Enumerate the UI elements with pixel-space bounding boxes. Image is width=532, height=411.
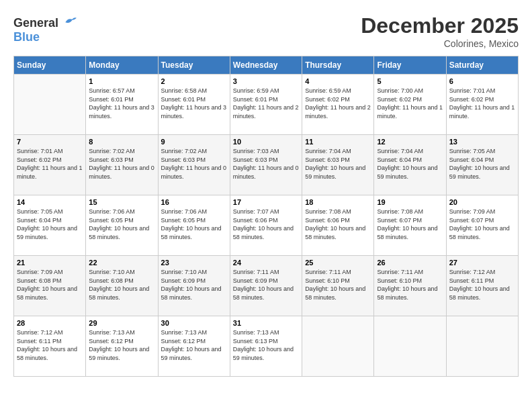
day-info: Sunrise: 7:07 AMSunset: 6:06 PMDaylight:… [233,208,299,241]
day-info: Sunrise: 7:13 AMSunset: 6:12 PMDaylight:… [89,328,154,362]
day-info: Sunrise: 7:04 AMSunset: 6:03 PMDaylight:… [305,147,371,181]
day-info: Sunrise: 7:02 AMSunset: 6:03 PMDaylight:… [89,147,154,181]
calendar-cell [302,316,374,377]
calendar-week-row: 14Sunrise: 7:05 AMSunset: 6:04 PMDayligh… [14,195,519,256]
calendar-cell: 11Sunrise: 7:04 AMSunset: 6:03 PMDayligh… [302,135,374,195]
header-thursday: Thursday [302,56,374,75]
day-number: 10 [233,138,299,146]
day-info: Sunrise: 7:05 AMSunset: 6:04 PMDaylight:… [449,147,515,181]
calendar-cell [446,316,518,377]
logo-blue: Blue [13,30,40,44]
calendar-cell: 26Sunrise: 7:11 AMSunset: 6:10 PMDayligh… [374,256,446,316]
day-number: 25 [305,259,371,267]
calendar-cell: 22Sunrise: 7:10 AMSunset: 6:08 PMDayligh… [86,256,158,316]
day-info: Sunrise: 7:12 AMSunset: 6:11 PMDaylight:… [449,268,515,302]
calendar-cell: 12Sunrise: 7:04 AMSunset: 6:04 PMDayligh… [374,135,446,195]
day-info: Sunrise: 7:11 AMSunset: 6:10 PMDaylight:… [377,268,443,302]
day-number: 28 [17,319,83,327]
day-info: Sunrise: 7:10 AMSunset: 6:09 PMDaylight:… [161,268,227,302]
calendar-cell: 29Sunrise: 7:13 AMSunset: 6:12 PMDayligh… [86,316,158,377]
day-info: Sunrise: 7:05 AMSunset: 6:04 PMDaylight:… [17,208,83,241]
day-number: 2 [161,77,227,85]
day-number: 5 [377,77,443,85]
day-number: 8 [89,138,154,146]
day-info: Sunrise: 7:04 AMSunset: 6:04 PMDaylight:… [377,147,443,181]
month-year-title: December 2025 [361,13,519,38]
calendar-cell: 31Sunrise: 7:13 AMSunset: 6:13 PMDayligh… [230,316,302,377]
logo: General Blue [13,13,77,44]
day-number: 30 [161,319,227,327]
calendar-header-row: Sunday Monday Tuesday Wednesday Thursday… [14,56,519,75]
day-number: 23 [161,259,227,267]
calendar-cell: 30Sunrise: 7:13 AMSunset: 6:12 PMDayligh… [158,316,230,377]
day-number: 3 [233,77,299,85]
day-info: Sunrise: 7:03 AMSunset: 6:03 PMDaylight:… [233,147,299,181]
calendar-cell: 10Sunrise: 7:03 AMSunset: 6:03 PMDayligh… [230,135,302,195]
calendar-cell: 7Sunrise: 7:01 AMSunset: 6:02 PMDaylight… [14,135,86,195]
day-info: Sunrise: 7:13 AMSunset: 6:13 PMDaylight:… [233,328,299,362]
day-info: Sunrise: 7:13 AMSunset: 6:12 PMDaylight:… [161,328,227,362]
calendar-cell: 6Sunrise: 7:01 AMSunset: 6:02 PMDaylight… [446,75,518,135]
day-info: Sunrise: 6:58 AMSunset: 6:01 PMDaylight:… [161,87,227,120]
day-number: 20 [449,198,515,206]
calendar-cell: 1Sunrise: 6:57 AMSunset: 6:01 PMDaylight… [86,75,158,135]
page-header: General Blue December 2025 Colorines, Me… [13,13,519,49]
calendar-cell: 8Sunrise: 7:02 AMSunset: 6:03 PMDaylight… [86,135,158,195]
header-tuesday: Tuesday [158,56,230,75]
header-wednesday: Wednesday [230,56,302,75]
calendar-week-row: 21Sunrise: 7:09 AMSunset: 6:08 PMDayligh… [14,256,519,316]
day-number: 13 [449,138,515,146]
calendar-cell [14,75,86,135]
calendar-week-row: 28Sunrise: 7:12 AMSunset: 6:11 PMDayligh… [14,316,519,377]
day-number: 18 [305,198,371,206]
day-info: Sunrise: 7:09 AMSunset: 6:08 PMDaylight:… [17,268,83,302]
day-info: Sunrise: 7:08 AMSunset: 6:06 PMDaylight:… [305,208,371,241]
day-info: Sunrise: 7:00 AMSunset: 6:02 PMDaylight:… [377,87,443,120]
calendar-cell: 20Sunrise: 7:09 AMSunset: 6:07 PMDayligh… [446,195,518,256]
calendar-cell: 16Sunrise: 7:06 AMSunset: 6:05 PMDayligh… [158,195,230,256]
calendar-cell: 28Sunrise: 7:12 AMSunset: 6:11 PMDayligh… [14,316,86,377]
logo-bird-icon [63,13,77,27]
day-number: 22 [89,259,154,267]
day-info: Sunrise: 7:02 AMSunset: 6:03 PMDaylight:… [161,147,227,181]
day-info: Sunrise: 7:01 AMSunset: 6:02 PMDaylight:… [449,87,515,120]
calendar-cell: 13Sunrise: 7:05 AMSunset: 6:04 PMDayligh… [446,135,518,195]
day-number: 31 [233,319,299,327]
calendar-week-row: 7Sunrise: 7:01 AMSunset: 6:02 PMDaylight… [14,135,519,195]
day-number: 4 [305,77,371,85]
day-number: 7 [17,138,83,146]
calendar-cell: 14Sunrise: 7:05 AMSunset: 6:04 PMDayligh… [14,195,86,256]
day-info: Sunrise: 7:08 AMSunset: 6:07 PMDaylight:… [377,208,443,241]
day-number: 11 [305,138,371,146]
day-number: 17 [233,198,299,206]
day-number: 15 [89,198,154,206]
calendar-cell: 25Sunrise: 7:11 AMSunset: 6:10 PMDayligh… [302,256,374,316]
calendar-cell [374,316,446,377]
header-friday: Friday [374,56,446,75]
day-number: 27 [449,259,515,267]
calendar-cell: 3Sunrise: 6:59 AMSunset: 6:01 PMDaylight… [230,75,302,135]
calendar-cell: 9Sunrise: 7:02 AMSunset: 6:03 PMDaylight… [158,135,230,195]
location-subtitle: Colorines, Mexico [361,38,519,49]
calendar-cell: 18Sunrise: 7:08 AMSunset: 6:06 PMDayligh… [302,195,374,256]
day-info: Sunrise: 7:06 AMSunset: 6:05 PMDaylight:… [161,208,227,241]
day-number: 19 [377,198,443,206]
day-number: 6 [449,77,515,85]
logo-text: General Blue [13,13,77,44]
day-info: Sunrise: 6:59 AMSunset: 6:01 PMDaylight:… [233,87,299,120]
day-info: Sunrise: 7:12 AMSunset: 6:11 PMDaylight:… [17,328,83,362]
day-number: 26 [377,259,443,267]
header-saturday: Saturday [446,56,518,75]
calendar-cell: 24Sunrise: 7:11 AMSunset: 6:09 PMDayligh… [230,256,302,316]
day-number: 1 [89,77,154,85]
day-info: Sunrise: 7:10 AMSunset: 6:08 PMDaylight:… [89,268,154,302]
day-number: 29 [89,319,154,327]
title-section: December 2025 Colorines, Mexico [361,13,519,49]
calendar-table: Sunday Monday Tuesday Wednesday Thursday… [13,56,519,377]
logo-general: General [13,16,58,30]
day-info: Sunrise: 6:57 AMSunset: 6:01 PMDaylight:… [89,87,154,120]
calendar-cell: 27Sunrise: 7:12 AMSunset: 6:11 PMDayligh… [446,256,518,316]
day-info: Sunrise: 7:09 AMSunset: 6:07 PMDaylight:… [449,208,515,241]
header-monday: Monday [86,56,158,75]
calendar-week-row: 1Sunrise: 6:57 AMSunset: 6:01 PMDaylight… [14,75,519,135]
